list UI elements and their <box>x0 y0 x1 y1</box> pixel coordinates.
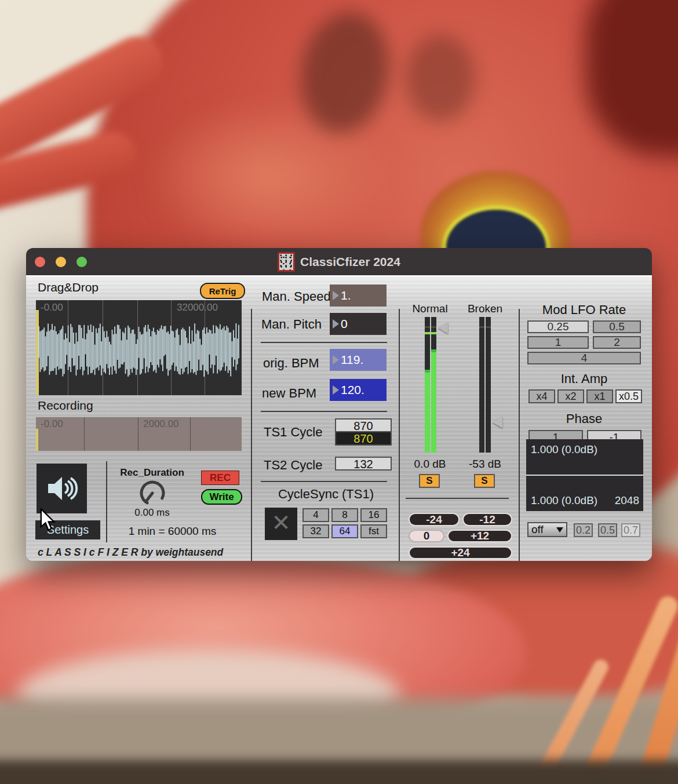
numbox-arrow-icon <box>333 319 339 329</box>
close-button[interactable] <box>35 257 45 267</box>
gain-bottom-value: 1.000 (0.0dB) <box>531 494 597 507</box>
cyclesync-title: CycleSync (TS1) <box>253 487 399 502</box>
divider <box>261 342 387 343</box>
lfo-rate-4-button[interactable]: 4 <box>527 352 641 364</box>
wave-end-label: 32000.00 <box>177 302 218 313</box>
sync-button-32[interactable]: 32 <box>302 524 329 538</box>
divider <box>261 411 387 412</box>
transpose-minus12-button[interactable]: -12 <box>462 513 512 526</box>
rec-duration-label: Rec_Duration <box>113 467 191 479</box>
amp-x05-button[interactable]: x0.5 <box>615 389 642 403</box>
divider <box>406 498 509 499</box>
write-button[interactable]: Write <box>201 489 242 505</box>
rec-duration-knob[interactable] <box>138 479 167 508</box>
sync-button-4[interactable]: 4 <box>302 508 329 522</box>
q-05-button[interactable]: 0.5 <box>598 523 617 537</box>
rec-duration-hint: 1 min = 60000 ms <box>113 525 232 538</box>
normal-solo-button[interactable]: S <box>419 474 440 488</box>
q-07-button[interactable]: 0.7 <box>621 523 640 537</box>
sync-button-16[interactable]: 16 <box>360 508 387 522</box>
minimize-button[interactable] <box>56 257 66 267</box>
lfo-rate-1-button[interactable]: 1 <box>527 336 589 349</box>
filter-dropdown[interactable]: off <box>527 522 567 537</box>
phase-title: Phase <box>527 411 641 426</box>
photo-bottom-shadow <box>0 760 678 784</box>
audio-output-button[interactable] <box>37 464 87 513</box>
normal-db-value: 0.0 dB <box>401 458 459 471</box>
chevron-down-icon <box>556 527 563 533</box>
new-bpm-numbox[interactable]: 120. <box>330 379 387 401</box>
man-speed-value: 1. <box>341 289 351 302</box>
buffer-size-value: 2048 <box>615 494 639 507</box>
sync-button-8[interactable]: 8 <box>331 508 358 522</box>
sample-waveform-display[interactable]: -0.00 32000.00 <box>36 300 242 395</box>
gain-display-panel[interactable]: 1.000 (0.0dB) 1.000 (0.0dB) 2048 <box>526 439 643 511</box>
lfo-rate-025-button[interactable]: 0.25 <box>527 320 589 333</box>
amp-x1-button[interactable]: x1 <box>586 389 613 403</box>
playhead-marker[interactable] <box>36 429 38 451</box>
new-bpm-label: new BPM <box>262 386 316 401</box>
man-pitch-value: 0 <box>341 317 348 331</box>
lfo-rate-2-button[interactable]: 2 <box>593 336 641 349</box>
cyclesync-toggle[interactable]: ✕ <box>265 508 297 540</box>
gain-top-value: 1.000 (0.0dB) <box>531 443 597 456</box>
transpose-plus12-button[interactable]: +12 <box>447 530 512 542</box>
divider <box>399 309 400 561</box>
grid-line <box>84 417 85 451</box>
normal-meter-label: Normal <box>401 302 459 315</box>
recording-waveform-display[interactable]: -0.00 2000.00 <box>36 417 242 451</box>
credit-text: c L A S S I c F I Z E R by weightausend <box>38 546 223 559</box>
ts2-cycle-label: TS2 Cycle <box>264 458 322 473</box>
sync-button-64[interactable]: 64 <box>331 524 358 538</box>
orig-bpm-numbox[interactable]: 119. <box>330 349 387 371</box>
divider <box>261 481 387 482</box>
ts1-cycle-label: TS1 Cycle <box>264 425 322 440</box>
sync-button-fst[interactable]: fst <box>360 524 387 538</box>
transpose-minus24-button[interactable]: -24 <box>409 513 460 526</box>
fish-marking <box>406 35 475 122</box>
zoom-button[interactable] <box>76 257 87 267</box>
orig-bpm-label: orig. BPM <box>263 356 319 371</box>
lfo-rate-05-button[interactable]: 0.5 <box>593 320 641 333</box>
man-pitch-numbox[interactable]: 0 <box>330 313 387 335</box>
normal-meter-right <box>431 317 436 453</box>
clock-icon <box>278 252 295 272</box>
amp-x4-button[interactable]: x4 <box>528 389 555 403</box>
grid-line <box>138 417 138 451</box>
recording-label: Recording <box>38 399 93 413</box>
divider <box>106 461 107 542</box>
man-speed-numbox[interactable]: 1. <box>330 285 387 307</box>
rec-start-label: -0.00 <box>41 418 63 430</box>
broken-solo-button[interactable]: S <box>474 474 495 488</box>
man-speed-label: Man. Speed <box>262 289 331 304</box>
orig-bpm-value: 119. <box>341 353 363 367</box>
new-bpm-value: 120. <box>341 383 364 397</box>
speaker-icon <box>46 475 78 502</box>
int-amp-title: Int. Amp <box>527 371 641 386</box>
wave-start-label: -0.00 <box>41 302 63 313</box>
filter-selected-value: off <box>531 523 544 536</box>
rec-mid-label: 2000.00 <box>143 418 178 430</box>
amp-x2-button[interactable]: x2 <box>557 389 584 403</box>
normal-gain-slider[interactable] <box>438 322 448 334</box>
titlebar[interactable]: ClassiCfizer 2024 <box>26 248 652 275</box>
numbox-arrow-icon <box>333 291 339 300</box>
dragdrop-label: Drag&Drop <box>38 280 99 294</box>
numbox-arrow-icon <box>333 355 339 364</box>
ts1-cycle-target[interactable]: 870 <box>335 418 392 432</box>
retrig-button[interactable]: ReTrig <box>200 283 245 299</box>
divider <box>251 309 252 561</box>
divider <box>519 309 520 561</box>
broken-gain-slider[interactable] <box>493 417 502 428</box>
q-02-button[interactable]: 0.2 <box>574 523 593 537</box>
ts1-cycle-actual: 870 <box>335 431 392 446</box>
broken-meter-right <box>486 317 491 453</box>
mouse-cursor <box>38 508 57 533</box>
numbox-arrow-icon <box>333 385 339 395</box>
record-button[interactable]: REC <box>201 471 239 485</box>
transpose-zero-button[interactable]: 0 <box>409 530 444 542</box>
grid-line <box>190 417 191 451</box>
ts2-cycle-value[interactable]: 132 <box>335 457 392 471</box>
gain-divider <box>526 475 643 476</box>
transpose-plus24-button[interactable]: +24 <box>409 546 512 559</box>
